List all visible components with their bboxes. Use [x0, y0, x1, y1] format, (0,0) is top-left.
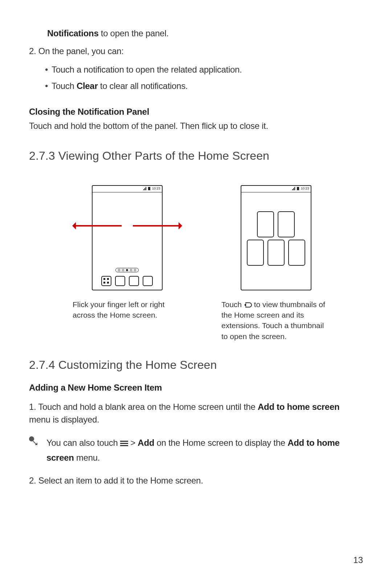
thumbnail — [247, 240, 264, 266]
page-number: 13 — [353, 555, 363, 565]
battery-icon — [297, 187, 299, 190]
dock-slot — [129, 276, 139, 286]
thumbnail — [288, 240, 305, 266]
swipe-arrow-right-icon — [133, 225, 180, 227]
thumbnail — [257, 211, 274, 237]
status-time: 10:23 — [152, 187, 160, 190]
fragment-line: Notifications to open the panel. — [29, 27, 363, 40]
status-time: 10:23 — [301, 187, 309, 190]
bullet-clear: Touch Clear to clear all notifications. — [52, 78, 363, 94]
menu-icon — [120, 440, 128, 447]
figures-row: 10:23 Flick your finger left or right ac… — [29, 185, 363, 342]
tip-block: You can also touch > Add on the Home scr… — [29, 436, 363, 465]
section-2-7-3: 2.7.3 Viewing Other Parts of the Home Sc… — [29, 149, 363, 163]
adding-item-head: Adding a New Home Screen Item — [29, 383, 363, 393]
tip-icon — [29, 436, 40, 447]
back-icon — [244, 302, 252, 307]
phone-outline-left: 10:23 — [92, 185, 163, 290]
status-bar: 10:23 — [241, 186, 311, 192]
thumbnail — [268, 240, 285, 266]
step-2-intro: 2. On the panel, you can: — [29, 45, 363, 58]
battery-icon — [148, 187, 150, 190]
caption-thumbnails: Touch to view thumbnails of the Home scr… — [221, 299, 330, 342]
status-bar: 10:23 — [93, 186, 162, 192]
figure-flick: 10:23 Flick your finger left or right ac… — [73, 185, 181, 342]
signal-icon — [292, 187, 296, 190]
tip-text: You can also touch > Add on the Home scr… — [46, 436, 363, 465]
section-2-7-4: 2.7.4 Customizing the Home Screen — [29, 358, 363, 372]
add-step-2: 2. Select an item to add it to the Home … — [29, 474, 363, 487]
figure-thumbnails: 10:23 Touch to view thumbnails of the Ho… — [221, 185, 330, 342]
signal-icon — [143, 187, 147, 190]
thumbnail — [278, 211, 295, 237]
panel-bullets: Touch a notification to open the related… — [29, 61, 363, 94]
closing-panel-head: Closing the Notification Panel — [29, 107, 363, 117]
dock-slot — [115, 276, 125, 286]
page-indicator — [115, 268, 139, 272]
phone-outline-right: 10:23 — [241, 185, 311, 290]
caption-flick: Flick your finger left or right across t… — [73, 299, 181, 321]
add-step-1: 1. Touch and hold a blank area on the Ho… — [29, 401, 363, 426]
dock-row — [93, 276, 162, 286]
apps-icon — [101, 276, 111, 286]
swipe-arrow-left-icon — [74, 225, 122, 227]
bullet-open-app: Touch a notification to open the related… — [52, 61, 363, 78]
fragment-bold: Notifications — [47, 28, 98, 38]
thumbnail-grid — [241, 211, 311, 284]
closing-panel-body: Touch and hold the bottom of the panel. … — [29, 120, 363, 133]
dock-slot — [143, 276, 153, 286]
fragment-rest: to open the panel. — [98, 28, 168, 38]
